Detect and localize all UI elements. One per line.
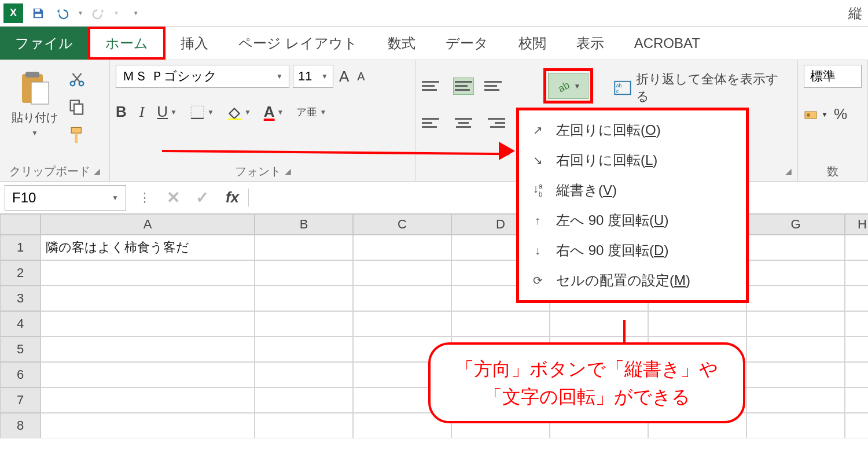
cell[interactable] [845,387,868,413]
cell[interactable] [255,260,353,286]
row-header[interactable]: 5 [0,337,41,362]
cell[interactable] [255,387,353,413]
cell[interactable] [845,362,868,387]
underline-button[interactable]: U▼ [157,103,177,121]
accounting-format-button[interactable]: ▼ [804,108,828,121]
cell[interactable] [746,413,845,438]
cell[interactable] [255,286,353,311]
cell[interactable] [255,235,353,260]
fx-icon[interactable]: fx [216,189,249,206]
fill-color-button[interactable]: ▼ [227,105,251,120]
cell[interactable] [255,362,353,387]
align-bottom-button[interactable] [484,77,505,95]
align-left-button[interactable] [422,114,443,131]
cell[interactable] [746,311,845,337]
col-header-G[interactable]: G [746,214,845,235]
row-header[interactable]: 7 [0,387,41,413]
cell[interactable] [41,337,255,362]
row-header[interactable]: 4 [0,311,41,337]
row-header[interactable]: 3 [0,286,41,311]
redo-button[interactable] [89,4,108,23]
select-all-corner[interactable] [0,214,41,235]
percent-style-button[interactable]: % [834,105,847,123]
cell[interactable]: 隣の客はよく柿食う客だ [41,235,255,260]
tab-acrobat[interactable]: ACROBAT [619,27,715,60]
menu-vertical-text[interactable]: ↓ab縦書き(V) [519,175,746,205]
col-header-A[interactable]: A [41,214,255,235]
cell[interactable] [845,311,868,337]
number-format-combo[interactable]: 標準 [804,65,862,88]
chevron-down-icon[interactable]: ▼ [31,129,38,137]
undo-button[interactable] [53,4,72,23]
row-header[interactable]: 2 [0,260,41,286]
menu-rotate-up[interactable]: ↑左へ 90 度回転(U) [519,205,746,235]
formula-cancel-button[interactable]: ✕ [159,188,187,207]
cell[interactable] [353,235,451,260]
cell[interactable] [845,337,868,362]
copy-button[interactable] [68,98,86,118]
borders-button[interactable]: ▼ [190,105,214,120]
align-right-button[interactable] [484,114,505,131]
cell[interactable] [255,337,353,362]
italic-button[interactable]: I [139,104,145,121]
cell[interactable] [255,413,353,438]
col-header-C[interactable]: C [353,214,451,235]
cell[interactable] [845,235,868,260]
formula-enter-button[interactable]: ✓ [187,188,216,207]
cell[interactable] [845,286,868,311]
font-name-combo[interactable]: ＭＳ Ｐゴシック▼ [116,65,289,88]
cut-button[interactable] [68,71,86,90]
cell[interactable] [41,387,255,413]
qat-dropdown-icon[interactable]: ▼ [78,10,83,16]
dialog-launcher-icon[interactable]: ◢ [94,167,100,176]
tab-file[interactable]: ファイル [0,27,88,60]
menu-rotate-ccw[interactable]: ↗左回りに回転(O) [519,115,746,145]
cell[interactable] [746,337,845,362]
tab-insert[interactable]: 挿入 [165,27,223,60]
format-painter-button[interactable] [68,126,86,148]
increase-font-button[interactable]: A [337,68,351,86]
cell[interactable] [255,311,353,337]
name-box[interactable]: F10▼ [5,185,126,211]
align-center-button[interactable] [453,114,474,131]
cell[interactable] [451,311,550,337]
cell[interactable] [746,387,845,413]
phonetic-button[interactable]: ア亜▼ [296,105,326,119]
align-middle-button[interactable] [453,77,474,95]
tab-view[interactable]: 表示 [561,27,619,60]
cell[interactable] [845,260,868,286]
cell[interactable] [746,362,845,387]
font-size-combo[interactable]: 11▼ [293,65,333,88]
cell[interactable] [41,286,255,311]
row-header[interactable]: 6 [0,362,41,387]
row-header[interactable]: 8 [0,413,41,438]
menu-format-cells-alignment[interactable]: ⟳セルの配置の設定(M) [519,265,746,296]
paste-button[interactable]: 貼り付け ▼ [6,65,64,137]
cell[interactable] [550,311,648,337]
tab-review[interactable]: 校閲 [503,27,561,60]
cell[interactable] [845,413,868,438]
dialog-launcher-icon[interactable]: ◢ [785,167,792,176]
cell[interactable] [353,311,451,337]
cell[interactable] [353,286,451,311]
row-header[interactable]: 1 [0,235,41,260]
align-top-button[interactable] [422,77,443,95]
qat-dropdown-icon[interactable]: ▼ [113,10,119,16]
cell[interactable] [41,311,255,337]
tab-data[interactable]: データ [431,27,503,60]
menu-rotate-cw[interactable]: ↘右回りに回転(L) [519,145,746,175]
col-header-H[interactable]: H [845,214,868,235]
col-header-B[interactable]: B [255,214,353,235]
wrap-text-button[interactable]: abc 折り返して全体を表示する [614,71,792,105]
cell[interactable] [353,260,451,286]
font-color-button[interactable]: A▼ [264,103,284,121]
dialog-launcher-icon[interactable]: ◢ [285,167,291,176]
tab-page-layout[interactable]: ページ レイアウト [223,27,373,60]
bold-button[interactable]: B [116,103,127,121]
tab-home[interactable]: ホーム [88,27,165,60]
cell[interactable] [41,413,255,438]
decrease-font-button[interactable]: A [355,70,367,83]
tab-formulas[interactable]: 数式 [373,27,431,60]
cell[interactable] [746,235,845,260]
save-button[interactable] [29,4,47,23]
